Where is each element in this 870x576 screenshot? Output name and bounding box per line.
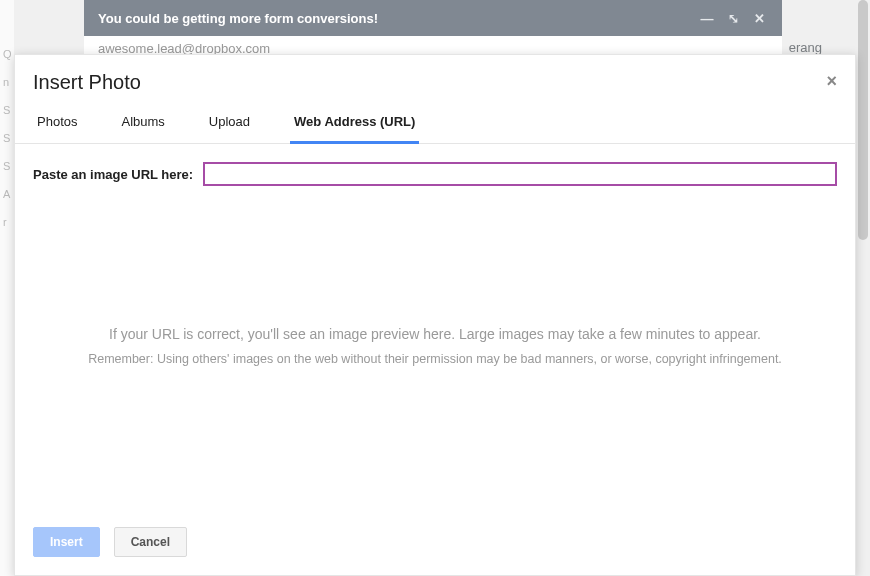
tab-bar: Photos Albums Upload Web Address (URL) (15, 104, 855, 144)
modal-title: Insert Photo (33, 71, 837, 94)
bg-sidebar-letters: QnSSSAr (0, 0, 14, 576)
tab-photos[interactable]: Photos (33, 104, 81, 144)
url-input[interactable] (203, 162, 837, 186)
url-row: Paste an image URL here: (33, 162, 837, 186)
insert-photo-modal: Insert Photo × Photos Albums Upload Web … (14, 54, 856, 576)
modal-body: Paste an image URL here: If your URL is … (15, 144, 855, 513)
minimize-icon[interactable]: — (698, 11, 716, 26)
insert-button[interactable]: Insert (33, 527, 100, 557)
cancel-button[interactable]: Cancel (114, 527, 187, 557)
bg-banner: You could be getting more form conversio… (84, 0, 782, 36)
bg-right-word: erang (789, 40, 822, 55)
collapse-icon[interactable]: ⤡ (724, 11, 742, 26)
hint-area: If your URL is correct, you'll see an im… (33, 326, 837, 366)
tab-albums[interactable]: Albums (117, 104, 168, 144)
hint-preview-text: If your URL is correct, you'll see an im… (33, 326, 837, 342)
bg-banner-text: You could be getting more form conversio… (98, 11, 378, 26)
url-input-label: Paste an image URL here: (33, 167, 193, 182)
scrollbar-thumb[interactable] (858, 0, 868, 240)
close-banner-icon[interactable]: ✕ (750, 11, 768, 26)
modal-footer: Insert Cancel (15, 513, 855, 575)
tab-upload[interactable]: Upload (205, 104, 254, 144)
modal-header: Insert Photo × (15, 55, 855, 104)
close-modal-button[interactable]: × (826, 71, 837, 92)
scrollbar-track[interactable] (856, 0, 870, 576)
tab-web-address-url[interactable]: Web Address (URL) (290, 104, 419, 144)
hint-copyright-text: Remember: Using others' images on the we… (33, 352, 837, 366)
